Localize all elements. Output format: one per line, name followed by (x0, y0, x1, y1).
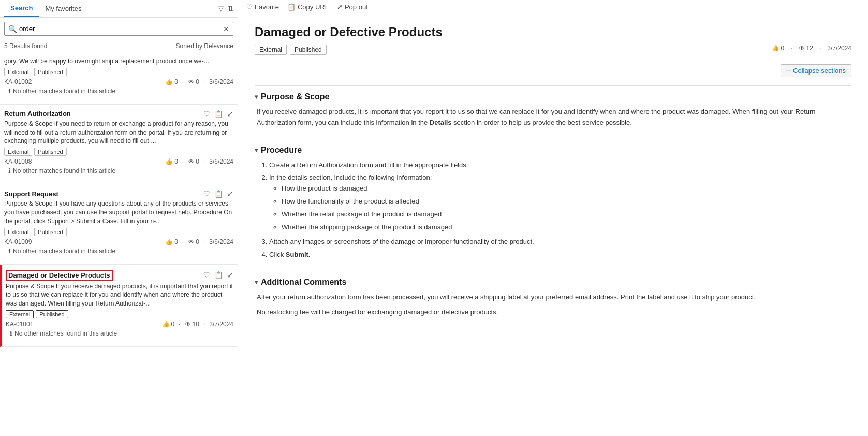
likes: 👍 0 (165, 158, 178, 165)
tag-published: Published (34, 68, 66, 76)
section-body-purpose: If you receive damaged products, it is i… (255, 107, 851, 128)
section-header-purpose[interactable]: ▾ Purpose & Scope (255, 92, 851, 101)
result-excerpt: gory. We will be happy to overnight ship… (4, 57, 233, 66)
section-title-additional: Additional Comments (261, 278, 346, 287)
tab-favorites[interactable]: My favorites (39, 1, 87, 17)
article-views: 👁 12 (799, 45, 813, 52)
section-body-procedure: Create a Return Authorization form and f… (255, 160, 851, 260)
list-item[interactable]: Support Request ♡ 📋 ⤢ Purpose & Scope If… (0, 184, 238, 264)
tag-external: External (6, 310, 34, 318)
purpose-text: If you receive damaged products, it is i… (257, 107, 851, 128)
right-panel: ♡ Favorite 📋 Copy URL ⤢ Pop out Damaged … (238, 0, 868, 436)
section-title-purpose: Purpose & Scope (261, 92, 329, 101)
additional-line-1: After your return authorization form has… (257, 292, 851, 303)
popout-icon[interactable]: ⤢ (227, 190, 233, 198)
sort-icon[interactable]: ⇅ (228, 5, 233, 12)
result-actions: ♡ 📋 ⤢ (203, 190, 233, 198)
result-header: Damaged or Defective Products ♡ 📋 ⤢ (6, 270, 233, 281)
collapse-icon: ─ (786, 67, 791, 75)
results-bar: 5 Results found Sorted by Relevance (0, 40, 238, 52)
result-ka: KA-01008 (4, 158, 32, 165)
procedure-step-3: Attach any images or screenshots of the … (269, 237, 851, 248)
section-header-procedure[interactable]: ▾ Procedure (255, 146, 851, 155)
date: 3/6/2024 (209, 158, 233, 165)
section-header-additional[interactable]: ▾ Additional Comments (255, 278, 851, 287)
result-tags: External Published (4, 228, 233, 236)
article-meta-top: 👍 0 · 👁 12 · 3/7/2024 (772, 45, 851, 52)
copy-icon[interactable]: 📋 (214, 271, 223, 279)
tag-external: External (4, 228, 32, 236)
procedure-steps: Create a Return Authorization form and f… (257, 160, 851, 260)
article-divider (255, 85, 851, 86)
section-body-additional: After your return authorization form has… (255, 292, 851, 318)
favorite-button[interactable]: ♡ Favorite (246, 3, 279, 11)
popout-icon: ⤢ (337, 3, 343, 11)
result-meta: KA-01009 👍 0 · 👁 0 · 3/6/2024 (4, 238, 233, 245)
result-title: Damaged or Defective Products (6, 270, 113, 281)
favorite-label: Favorite (255, 3, 279, 11)
result-tags: External Published (6, 310, 233, 318)
clear-icon[interactable]: ✕ (223, 25, 229, 33)
section-purpose-scope: ▾ Purpose & Scope If you receive damaged… (255, 92, 851, 128)
list-item[interactable]: Return Authorization ♡ 📋 ⤢ Purpose & Sco… (0, 105, 238, 184)
article-divider (255, 271, 851, 271)
article-date: 3/7/2024 (827, 45, 851, 52)
tag-published: Published (34, 228, 66, 236)
result-meta-right: 👍 0 · 👁 0 · 3/6/2024 (165, 78, 233, 85)
collapse-sections-button[interactable]: ─ Collapse sections (781, 64, 851, 77)
tag-published: Published (36, 310, 68, 318)
procedure-step-1: Create a Return Authorization form and f… (269, 160, 851, 171)
search-box-container: 🔍 ✕ (0, 18, 238, 40)
procedure-step-2: In the details section, include the foll… (269, 172, 851, 232)
copy-url-button[interactable]: 📋 Copy URL (287, 3, 329, 11)
info-icon: ℹ (8, 88, 11, 95)
heart-icon: ♡ (246, 3, 253, 11)
result-excerpt: Purpose & Scope If you need to return or… (4, 120, 233, 146)
bullet-3: Whether the retail package of the produc… (282, 209, 851, 220)
result-header: Support Request ♡ 📋 ⤢ (4, 190, 233, 198)
date: 3/6/2024 (209, 238, 233, 245)
filter-icon[interactable]: ▽ (218, 5, 224, 12)
likes: 👍 0 (165, 238, 178, 245)
article-likes: 👍 0 (772, 45, 785, 52)
results-count: 5 Results found (4, 42, 47, 50)
result-ka: KA-01002 (4, 78, 32, 85)
article-tags: External Published (255, 45, 327, 55)
result-tags: External Published (4, 148, 233, 156)
no-match: ℹ No other matches found in this article (4, 85, 233, 99)
article-content: Damaged or Defective Products External P… (238, 14, 868, 436)
favorite-icon[interactable]: ♡ (203, 110, 210, 118)
copy-label: Copy URL (298, 3, 329, 11)
popout-icon[interactable]: ⤢ (227, 110, 233, 118)
favorite-icon[interactable]: ♡ (203, 271, 210, 279)
chevron-icon: ▾ (255, 93, 258, 100)
no-match: ℹ No other matches found in this article (4, 245, 233, 259)
favorite-icon[interactable]: ♡ (203, 190, 210, 198)
info-icon: ℹ (8, 248, 11, 255)
tab-bar: Search My favorites ▽ ⇅ (0, 0, 238, 18)
views: 👁 10 (185, 321, 199, 328)
procedure-step-4: Click Submit. (269, 250, 851, 260)
popout-icon[interactable]: ⤢ (227, 271, 233, 279)
article-title: Damaged or Defective Products (255, 25, 851, 39)
tab-actions: ▽ ⇅ (218, 5, 233, 12)
info-icon: ℹ (10, 330, 12, 337)
tab-search[interactable]: Search (4, 0, 39, 17)
popout-button[interactable]: ⤢ Pop out (337, 3, 368, 11)
result-meta: KA-01008 👍 0 · 👁 0 · 3/6/2024 (4, 158, 233, 165)
search-input[interactable] (4, 22, 233, 36)
article-toolbar: ♡ Favorite 📋 Copy URL ⤢ Pop out (238, 0, 868, 14)
views: 👁 0 (188, 238, 199, 245)
search-icon: 🔍 (8, 25, 17, 33)
additional-line-2: No restocking fee will be charged for ex… (257, 307, 851, 318)
copy-icon[interactable]: 📋 (214, 190, 223, 198)
list-item[interactable]: gory. We will be happy to overnight ship… (0, 52, 238, 105)
result-excerpt: Purpose & Scope If you have any question… (4, 199, 233, 225)
date: 3/7/2024 (209, 321, 233, 328)
list-item-selected[interactable]: Damaged or Defective Products ♡ 📋 ⤢ Purp… (0, 265, 238, 347)
article-divider (255, 139, 851, 139)
copy-icon[interactable]: 📋 (214, 110, 223, 118)
no-match: ℹ No other matches found in this article (6, 328, 233, 341)
no-match: ℹ No other matches found in this article (4, 165, 233, 179)
info-icon: ℹ (8, 167, 11, 175)
